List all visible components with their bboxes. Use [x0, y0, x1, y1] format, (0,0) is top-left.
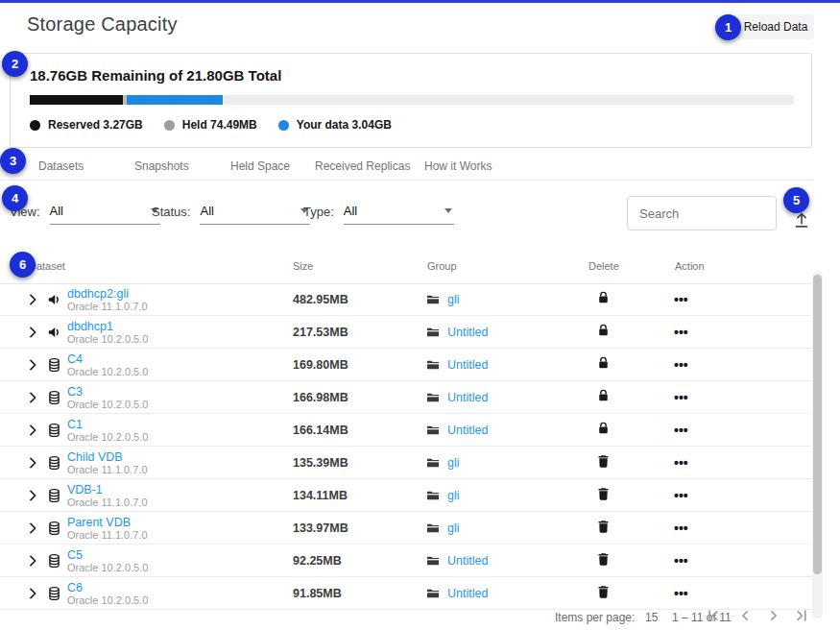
delete-trash-icon[interactable] [595, 518, 612, 534]
last-page-icon[interactable] [790, 604, 813, 627]
next-page-icon[interactable] [762, 604, 785, 627]
more-actions-button[interactable]: ••• [674, 357, 688, 373]
dataset-name-link[interactable]: C4 [67, 351, 148, 365]
expand-chevron-icon[interactable] [25, 586, 40, 601]
tab-held-space[interactable]: Held Space [230, 159, 290, 173]
database-icon [46, 552, 62, 569]
capacity-panel: 18.76GB Remaining of 21.80GB Total Reser… [10, 53, 812, 148]
expand-chevron-icon[interactable] [25, 325, 40, 340]
items-per-page-label: Items per page: [555, 611, 635, 624]
table-row: dbdhcp2:gli Oracle 11.1.0.7.0 482.95MB g… [0, 283, 812, 316]
expand-chevron-icon[interactable] [25, 455, 40, 471]
dataset-name-link[interactable]: VDB-1 [67, 482, 148, 496]
dataset-engine: Oracle 11.1.0.7.0 [67, 463, 148, 475]
tab-datasets[interactable]: Datasets [38, 159, 84, 173]
delete-trash-icon[interactable] [595, 550, 612, 567]
more-actions-button[interactable]: ••• [674, 586, 688, 601]
more-actions-button[interactable]: ••• [674, 521, 688, 536]
folder-icon [425, 325, 441, 340]
group-link[interactable]: gli [447, 456, 460, 470]
more-actions-button[interactable]: ••• [674, 325, 688, 340]
table-row: VDB-1 Oracle 11.1.0.7.0 134.11MB gli ••• [0, 479, 812, 512]
storage-capacity-screen: Storage Capacity Reload Data 18.76GB Rem… [0, 0, 840, 630]
dataset-engine: Oracle 11.1.0.7.0 [67, 496, 148, 508]
your-data-dot-icon [278, 120, 289, 131]
delete-trash-icon[interactable] [595, 485, 612, 501]
folder-icon [425, 521, 441, 536]
dataset-name-link[interactable]: C6 [67, 580, 148, 594]
view-filter-select[interactable]: All [50, 204, 160, 225]
legend-label: Held 74.49MB [182, 118, 257, 132]
lock-icon[interactable] [595, 420, 612, 436]
dataset-name-link[interactable]: C3 [67, 384, 148, 398]
group-link[interactable]: Untitled [447, 554, 488, 568]
dataset-name-link[interactable]: dbdhcp1 [67, 319, 148, 332]
dataset-size: 133.97MB [293, 521, 348, 535]
table-row: C1 Oracle 10.2.0.5.0 166.14MB Untitled •… [0, 414, 812, 447]
type-filter-select[interactable]: All [344, 204, 454, 225]
tab-snapshots[interactable]: Snapshots [134, 159, 189, 173]
view-filter-value: All [50, 204, 63, 218]
group-link[interactable]: gli [447, 521, 460, 535]
group-link[interactable]: Untitled [447, 326, 488, 339]
table-row: dbdhcp1 Oracle 10.2.0.5.0 217.53MB Untit… [0, 316, 812, 349]
dsource-icon [46, 324, 62, 340]
dataset-size: 135.39MB [293, 456, 348, 470]
folder-icon [425, 586, 441, 601]
your-data-bar-segment [127, 95, 223, 105]
capacity-bar [30, 95, 794, 105]
group-link[interactable]: Untitled [447, 358, 488, 372]
group-link[interactable]: Untitled [447, 391, 488, 404]
more-actions-button[interactable]: ••• [674, 488, 688, 503]
lock-icon[interactable] [595, 354, 612, 371]
scrollbar-thumb[interactable] [813, 275, 822, 574]
first-page-icon[interactable] [702, 604, 725, 627]
status-filter-select[interactable]: All [200, 204, 310, 225]
more-actions-button[interactable]: ••• [674, 553, 688, 569]
expand-chevron-icon[interactable] [25, 357, 40, 373]
expand-chevron-icon[interactable] [25, 390, 40, 405]
group-link[interactable]: gli [447, 489, 460, 502]
annotation-callout-1: 1 [715, 14, 741, 40]
annotation-callout-4: 4 [2, 185, 28, 211]
tab-received-replicas[interactable]: Received Replicas [315, 159, 410, 173]
column-header-group: Group [427, 260, 457, 272]
group-link[interactable]: gli [447, 293, 460, 306]
previous-page-icon[interactable] [733, 604, 756, 627]
vertical-scrollbar[interactable] [812, 271, 823, 618]
tab-how-it-works[interactable]: How it Works [424, 159, 492, 173]
lock-icon[interactable] [595, 289, 612, 305]
dataset-size: 217.53MB [293, 326, 348, 339]
dataset-name-link[interactable]: Child VDB [67, 449, 148, 463]
column-header-size: Size [293, 260, 313, 272]
delete-trash-icon[interactable] [595, 583, 612, 599]
expand-chevron-icon[interactable] [25, 553, 40, 569]
dataset-name-link[interactable]: Parent VDB [67, 515, 148, 528]
lock-icon[interactable] [595, 322, 612, 338]
dataset-name-link[interactable]: C1 [67, 417, 148, 430]
dsource-icon [46, 291, 62, 307]
expand-chevron-icon[interactable] [25, 423, 40, 438]
capacity-legend: Reserved 3.27GB Held 74.49MB Your data 3… [30, 118, 392, 132]
database-icon [46, 422, 62, 438]
items-per-page-value[interactable]: 15 [645, 611, 658, 624]
dataset-name-link[interactable]: C5 [67, 547, 148, 561]
dataset-name-link[interactable]: dbdhcp2:gli [67, 286, 148, 300]
group-link[interactable]: Untitled [447, 587, 488, 600]
folder-icon [425, 390, 441, 405]
more-actions-button[interactable]: ••• [674, 292, 688, 307]
more-actions-button[interactable]: ••• [674, 455, 688, 471]
more-actions-button[interactable]: ••• [674, 390, 688, 405]
more-actions-button[interactable]: ••• [674, 423, 688, 438]
group-link[interactable]: Untitled [447, 424, 488, 437]
table-row: Parent VDB Oracle 11.1.0.7.0 133.97MB gl… [0, 512, 812, 545]
dataset-engine: Oracle 10.2.0.5.0 [67, 365, 148, 377]
expand-chevron-icon[interactable] [25, 521, 40, 536]
reload-data-button[interactable]: Reload Data [737, 14, 814, 39]
lock-icon[interactable] [595, 387, 612, 403]
delete-trash-icon[interactable] [595, 452, 612, 469]
dataset-engine: Oracle 11.1.0.7.0 [67, 528, 148, 541]
expand-chevron-icon[interactable] [25, 488, 40, 503]
search-input[interactable] [627, 196, 777, 230]
expand-chevron-icon[interactable] [25, 292, 40, 307]
